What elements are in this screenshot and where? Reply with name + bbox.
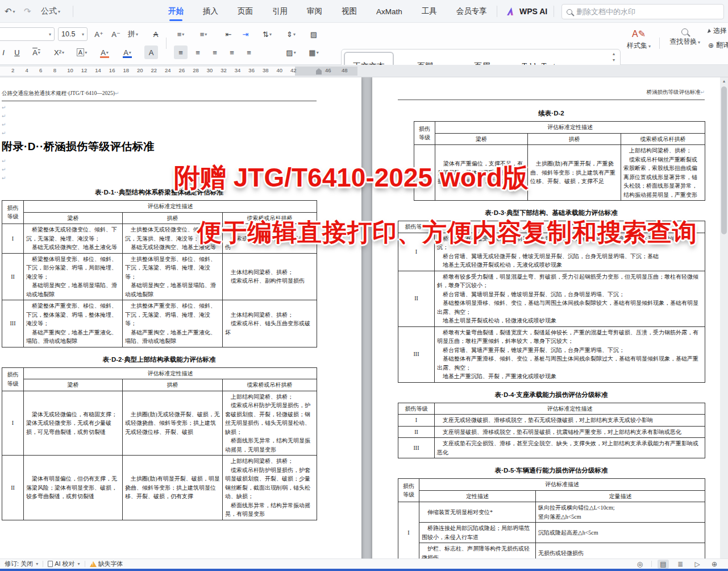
vertical-scrollbar[interactable]: ▴ (720, 77, 728, 558)
table-d1-col-beam[interactable]: 梁桥 (24, 212, 123, 224)
table-d2-col-beam[interactable]: 梁桥 (24, 379, 123, 391)
ruler-number: 24 (165, 67, 171, 73)
ruler-number: 34 (235, 67, 241, 73)
highlight-icon[interactable]: A▾ (98, 45, 111, 59)
undo-icon[interactable]: ↶▾ (5, 0, 15, 23)
tab-home[interactable]: 开始 (168, 0, 184, 23)
font-size-combo[interactable]: 10.5▾ (58, 27, 88, 41)
track-changes-status[interactable]: 修订: 关闭▾ (0, 559, 43, 569)
desc-header[interactable]: 评估标准定性描述 (435, 403, 705, 415)
shading-icon[interactable]: ▨▾ (284, 45, 298, 59)
ruler-number: 14 (95, 67, 101, 73)
bullet-list-icon[interactable]: ≡▾ (174, 27, 188, 41)
tab-insert[interactable]: 插入 (203, 0, 218, 23)
search-input[interactable] (576, 7, 707, 16)
select-button[interactable]: 选择 (708, 26, 727, 36)
ruler-number: 36 (248, 67, 255, 73)
translate-button[interactable]: ⊕翻译 (708, 40, 728, 50)
redo-icon[interactable]: ↷ (24, 0, 31, 23)
table-d1-grade-header[interactable]: 损伤 等级 (2, 201, 24, 224)
qualitative-header[interactable]: 定性描述 (419, 490, 536, 502)
increase-font-icon[interactable]: A⁺ (92, 27, 106, 41)
web-view-icon[interactable]: ⊕ (709, 560, 720, 569)
tab-references[interactable]: 引用 (272, 0, 288, 23)
missing-font-warning[interactable]: 缺失字体 (85, 559, 128, 569)
tab-axmath[interactable]: AxMath (376, 0, 402, 23)
page-header[interactable]: 公路交通应急抢通技术规程·(JTG/T·6410—2025)↵ (2, 90, 317, 101)
warning-icon (90, 561, 97, 567)
horizontal-ruler[interactable]: 2468101214161820222426283032343638404246… (0, 65, 728, 77)
borders-icon[interactable]: ▦▾ (307, 45, 321, 59)
col-arch[interactable]: 拱桥 (528, 133, 621, 145)
align-center-icon[interactable]: ≡ (191, 45, 205, 59)
outline-view-icon[interactable]: ≣ (675, 560, 686, 569)
search-box[interactable] (561, 4, 724, 19)
pinyin-guide-icon[interactable]: 拼▾ (126, 27, 140, 41)
page-left[interactable]: 公路交通应急抢通技术规程·(JTG/T·6410—2025)↵ ↵ ↵ ↵ ↵ … (0, 77, 361, 558)
page-right[interactable]: 桥涵损伤等级评估标准↵ 续表·D-2 损伤 等级 评估标准定性描述 梁桥 拱桥 … (372, 77, 720, 558)
reading-view-icon[interactable]: ▷ (692, 560, 703, 569)
page-view-icon[interactable]: ▤ (658, 560, 669, 569)
table-row: III 桥梁整体严重变形、移位、倾斜、下沉，整体落梁、坍塌，整体掩埋、淹没等； … (2, 300, 317, 347)
table-d4-caption[interactable]: 表·D-4·支座承载能力损伤评估分级标准 (398, 391, 705, 399)
tab-review[interactable]: 审阅 (307, 0, 322, 23)
line-spacing-icon[interactable]: ⇕▾ (284, 27, 298, 41)
superscript-icon[interactable]: X²▾ (52, 45, 66, 59)
table-d2-col-arch[interactable]: 拱桥 (123, 379, 223, 391)
increase-indent-icon[interactable]: ⇥ (239, 27, 252, 41)
table-d2-grade-header[interactable]: 损伤 等级 (2, 367, 24, 391)
align-justify-icon[interactable]: ≡ (225, 45, 239, 59)
appendix-title[interactable]: 附录·D··桥涵损伤等级评估标准 (2, 139, 317, 155)
style-set-button[interactable]: A✎ 样式集▾ (624, 28, 654, 51)
gallery-up-icon[interactable]: ▴ (613, 51, 615, 56)
char-shading-icon[interactable]: A (144, 45, 158, 59)
page-header[interactable]: 桥涵损伤等级评估标准↵ (398, 89, 705, 100)
table-row: III 支座或垫石完全损毁、滑移，甚至完全脱空、缺失，支撑失效，对上部结构支承承… (398, 438, 705, 458)
watermark-line2: 便于编辑直接打印、方便内容复制和搜索查询 (197, 216, 697, 249)
clear-format-icon[interactable]: A (149, 27, 163, 41)
table-d2-desc-header[interactable]: 评估标准定性描述 (24, 367, 317, 379)
table-d5-caption[interactable]: 表·D-5·车辆通行能力损伤评估分级标准 (398, 466, 705, 475)
font-color-icon[interactable]: A▾ (120, 45, 134, 59)
align-right-icon[interactable]: ≡ (208, 45, 222, 59)
formula-button[interactable]: 公式▾ (41, 0, 60, 23)
numbered-list-icon[interactable]: ≡▾ (197, 27, 210, 41)
char-spacing-icon[interactable]: A▾ (30, 45, 43, 59)
desc-header[interactable]: 评估标准描述 (419, 479, 705, 491)
desc-header[interactable]: 评估标准定性描述 (435, 122, 705, 134)
font-name-combo[interactable]: ▾ (0, 27, 55, 41)
quantitative-header[interactable]: 定量描述 (536, 490, 705, 502)
tab-tools[interactable]: 工具 (422, 0, 437, 23)
align-left-icon[interactable]: ≡ (174, 45, 188, 59)
find-replace-button[interactable]: 查找替换▾ (666, 28, 704, 47)
sort-icon[interactable]: ▨ (307, 27, 321, 41)
tab-view[interactable]: 视图 (342, 0, 357, 23)
align-distribute-icon[interactable]: ≡ (242, 45, 256, 59)
text-direction-icon[interactable]: ⇅▾ (260, 27, 274, 41)
table-d2-cont-caption[interactable]: 续表·D-2 (398, 109, 705, 118)
paragraph-mark: ↵ (115, 90, 119, 96)
grade-header[interactable]: 损伤等级 (398, 403, 435, 415)
table-d2-caption[interactable]: 表·D-2·典型上部结构承载能力评估标准 (2, 355, 317, 364)
tab-member[interactable]: 会员专享 (456, 0, 487, 23)
underline-icon[interactable]: U (10, 45, 24, 59)
scroll-up-icon[interactable]: ▴ (720, 78, 728, 84)
ruler-number: 8 (53, 67, 56, 73)
grade-header[interactable]: 损伤 等级 (414, 122, 435, 145)
eye-protection-icon[interactable]: ◎ (634, 560, 646, 569)
ai-proofread-button[interactable]: AI 校对▾ (43, 559, 84, 569)
char-border-icon[interactable]: A▾ (75, 45, 89, 59)
table-d1-desc-header[interactable]: 评估标准定性描述 (24, 201, 317, 213)
decrease-font-icon[interactable]: A⁻ (109, 27, 123, 41)
table-d2-col-cable[interactable]: 缆索桥或吊杆拱桥 (223, 379, 317, 391)
scrollbar-thumb[interactable] (721, 86, 727, 234)
gallery-down-icon[interactable]: ▾ (613, 57, 615, 63)
decrease-indent-icon[interactable]: ⇤ (222, 27, 235, 41)
tab-page[interactable]: 页面 (238, 0, 253, 23)
grade-header[interactable]: 损伤 等级 (398, 479, 419, 502)
col-cable[interactable]: 缆索桥或吊杆拱桥 (621, 133, 705, 145)
italic-icon[interactable]: I (0, 45, 10, 59)
bottom-accent-strip (0, 569, 728, 571)
col-beam[interactable]: 梁桥 (435, 133, 528, 145)
wps-ai-button[interactable]: WPS AI (507, 0, 547, 23)
